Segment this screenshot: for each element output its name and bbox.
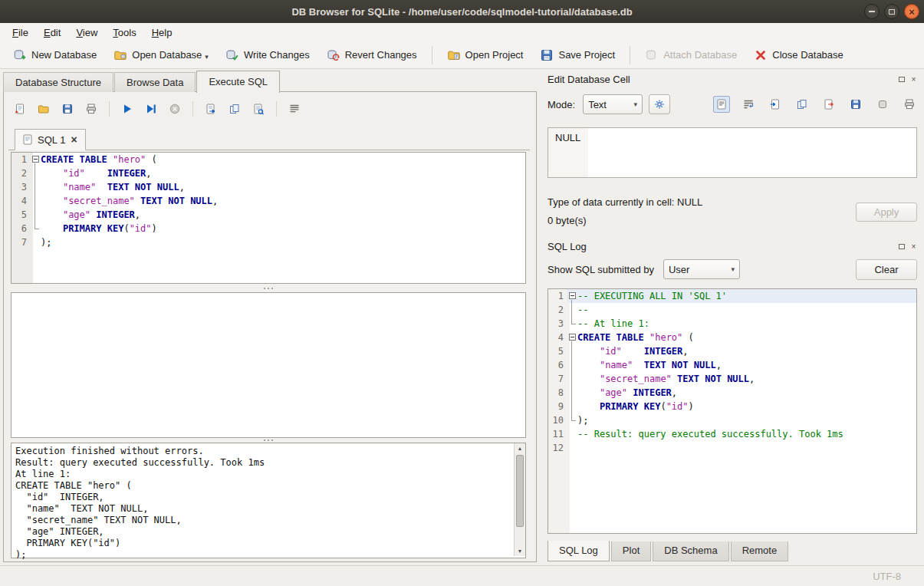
sql-editor[interactable]: 1CREATE TABLE "hero" (2 "id" INTEGER,3 "… xyxy=(11,152,526,284)
code-line-1[interactable]: 1-- EXECUTING ALL IN 'SQL 1' xyxy=(548,289,916,303)
tab-browse-data[interactable]: Browse Data xyxy=(114,72,196,92)
clear-button[interactable]: Clear xyxy=(856,259,917,280)
fold-marker-icon[interactable] xyxy=(30,153,41,166)
scroll-up-icon[interactable]: ▲ xyxy=(515,443,525,453)
code-line-12[interactable]: 12 xyxy=(548,441,916,455)
title-bar[interactable]: DB Browser for SQLite - /home/user/code/… xyxy=(0,0,924,23)
save-project-button[interactable]: Save Project xyxy=(533,45,622,65)
tab-execute-sql[interactable]: Execute SQL xyxy=(196,71,280,93)
line-number: 4 xyxy=(12,194,30,208)
code-line-1[interactable]: 1CREATE TABLE "hero" ( xyxy=(12,153,525,166)
code-text: -- Result: query executed successfully. … xyxy=(577,427,916,441)
encoding-indicator[interactable]: UTF-8 xyxy=(873,571,901,582)
code-line-9[interactable]: 9 PRIMARY KEY("id") xyxy=(548,400,916,413)
code-line-5[interactable]: 5 "age" INTEGER, xyxy=(12,208,525,222)
cell-mode-row: Mode: Text ▾ xyxy=(547,94,918,115)
fold-guide xyxy=(30,180,41,194)
save-cell-button[interactable] xyxy=(847,96,864,113)
set-null-button[interactable] xyxy=(874,96,891,113)
app-window: DB Browser for SQLite - /home/user/code/… xyxy=(0,0,924,586)
code-line-3[interactable]: 3 "name" TEXT NOT NULL, xyxy=(12,180,525,194)
sql-log-view[interactable]: 1-- EXECUTING ALL IN 'SQL 1'2--3-- At li… xyxy=(547,288,917,534)
export-cell-button[interactable] xyxy=(820,96,837,113)
maximize-button[interactable] xyxy=(884,4,899,19)
print-button[interactable] xyxy=(83,100,100,117)
scrollbar-thumb[interactable] xyxy=(516,455,524,527)
sql-file-tab-close-icon[interactable]: × xyxy=(71,133,77,146)
close-panel-icon[interactable]: × xyxy=(909,75,918,84)
code-line-6[interactable]: 6 PRIMARY KEY("id") xyxy=(12,222,525,235)
copy-cell-button[interactable] xyxy=(794,96,811,113)
float-panel-icon[interactable] xyxy=(897,75,906,84)
code-line-7[interactable]: 7); xyxy=(12,235,525,249)
export-sql-button[interactable] xyxy=(202,100,219,117)
code-text: "age" INTEGER, xyxy=(577,386,916,400)
menu-tools[interactable]: Tools xyxy=(105,25,143,41)
code-line-2[interactable]: 2-- xyxy=(548,303,916,317)
menu-help[interactable]: Help xyxy=(144,25,180,41)
auto-switch-mode-button[interactable] xyxy=(649,94,670,114)
cell-editor[interactable]: NULL xyxy=(547,127,917,178)
format-sql-button[interactable] xyxy=(286,100,303,117)
mode-select[interactable]: Text ▾ xyxy=(583,94,643,114)
log-text-line: Result: query executed successfully. Too… xyxy=(15,457,510,469)
tab-remote[interactable]: Remote xyxy=(731,542,789,561)
code-line-7[interactable]: 7 "secret_name" TEXT NOT NULL, xyxy=(548,372,916,386)
sql-file-tab[interactable]: SQL 1 × xyxy=(15,129,86,150)
splitter-handle[interactable] xyxy=(11,285,526,291)
new-sql-tab-button[interactable] xyxy=(12,100,28,117)
execute-all-button[interactable] xyxy=(119,100,136,117)
import-cell-button[interactable] xyxy=(767,96,784,113)
close-panel-icon[interactable]: × xyxy=(909,242,918,251)
float-panel-icon[interactable] xyxy=(897,242,906,251)
open-database-caret-icon[interactable]: ▾ xyxy=(205,53,209,62)
fold-marker-icon[interactable] xyxy=(567,289,577,303)
code-text: "secret_name" TEXT NOT NULL, xyxy=(577,372,916,386)
open-database-button[interactable]: Open Database ▾ xyxy=(107,45,215,65)
minimize-button[interactable] xyxy=(864,4,880,19)
code-line-5[interactable]: 5 "id" INTEGER, xyxy=(548,344,916,358)
revert-changes-button[interactable]: Revert Changes xyxy=(320,45,424,65)
word-wrap-button[interactable] xyxy=(740,96,757,113)
scroll-down-icon[interactable]: ▼ xyxy=(515,546,525,556)
code-line-8[interactable]: 8 "age" INTEGER, xyxy=(548,386,916,400)
copy-results-button[interactable] xyxy=(226,100,243,117)
code-line-11[interactable]: 11-- Result: query executed successfully… xyxy=(548,427,916,441)
tab-database-structure[interactable]: Database Structure xyxy=(3,72,113,92)
write-changes-icon xyxy=(225,48,239,62)
submitter-select[interactable]: User ▾ xyxy=(663,259,740,279)
copy-results-icon xyxy=(229,103,241,115)
print-cell-button[interactable] xyxy=(901,96,918,113)
code-text: PRIMARY KEY("id") xyxy=(577,400,916,413)
code-line-4[interactable]: 4CREATE TABLE "hero" ( xyxy=(548,331,916,344)
code-line-3[interactable]: 3-- At line 1: xyxy=(548,317,916,331)
toolbar-separator xyxy=(192,101,193,117)
tab-plot[interactable]: Plot xyxy=(611,542,651,561)
menu-file[interactable]: File xyxy=(5,25,36,41)
close-database-button[interactable]: Close Database xyxy=(747,45,850,65)
close-button[interactable]: × xyxy=(904,4,919,19)
fold-guide xyxy=(30,166,41,180)
open-project-button[interactable]: Open Project xyxy=(440,45,531,65)
tab-sql-log[interactable]: SQL Log xyxy=(547,541,610,561)
status-bar: UTF-8 xyxy=(0,565,924,586)
code-line-10[interactable]: 10); xyxy=(548,413,916,427)
code-line-4[interactable]: 4 "secret_name" TEXT NOT NULL, xyxy=(12,194,525,208)
text-view-button[interactable] xyxy=(713,96,730,113)
code-line-2[interactable]: 2 "id" INTEGER, xyxy=(12,166,525,180)
save-sql-file-button[interactable] xyxy=(59,100,76,117)
execution-log[interactable]: Execution finished without errors.Result… xyxy=(11,443,526,558)
new-database-button[interactable]: New Database xyxy=(6,45,104,65)
fold-marker-icon[interactable] xyxy=(567,331,577,344)
splitter-handle[interactable] xyxy=(11,437,526,443)
execute-current-line-button[interactable] xyxy=(143,100,159,117)
menu-edit[interactable]: Edit xyxy=(36,25,68,41)
results-grid[interactable] xyxy=(11,292,526,438)
code-line-6[interactable]: 6 "name" TEXT NOT NULL, xyxy=(548,358,916,372)
execution-log-scrollbar[interactable]: ▲ ▼ xyxy=(514,443,525,556)
tab-db-schema[interactable]: DB Schema xyxy=(653,542,728,561)
write-changes-button[interactable]: Write Changes xyxy=(219,45,317,65)
menu-view[interactable]: View xyxy=(68,25,105,41)
open-sql-file-button[interactable] xyxy=(35,100,52,117)
save-results-button[interactable] xyxy=(250,100,267,117)
